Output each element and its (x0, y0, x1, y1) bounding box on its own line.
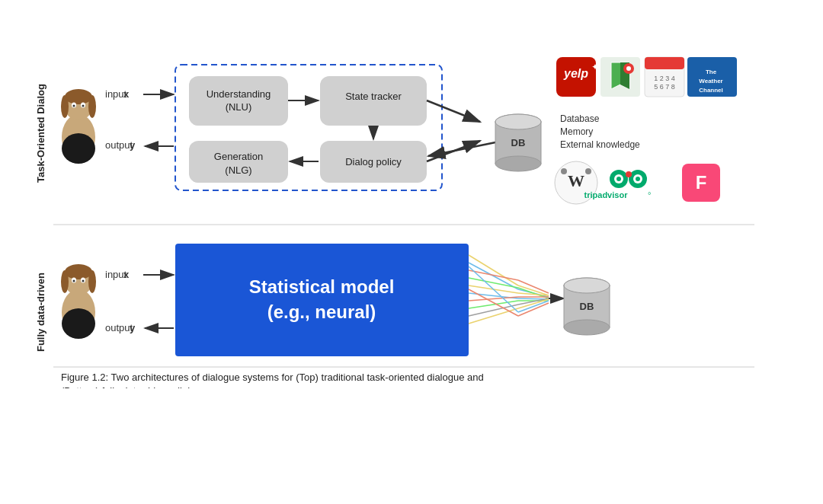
db-labels-memory: Memory (560, 126, 593, 137)
svg-text:x: x (123, 88, 130, 100)
svg-text:y: y (130, 139, 136, 151)
calendar-header (645, 57, 684, 69)
svg-point-22 (62, 308, 95, 339)
bottom-section-label: Fully data-driven (35, 273, 46, 352)
db-cylinder-bottom-ellipse (495, 156, 541, 171)
statistical-model-text1: Statistical model (249, 276, 395, 297)
db2-cylinder-bottom (564, 320, 610, 335)
statistical-model-box (175, 244, 469, 356)
svg-line-52 (518, 303, 549, 316)
weather-text2: Weather (699, 78, 722, 85)
db2-label: DB (580, 301, 594, 312)
wire-bundle (469, 255, 549, 324)
svg-text:✦: ✦ (591, 62, 599, 72)
weather-text1: The (706, 69, 717, 75)
db-cylinder-top-ellipse2 (495, 114, 541, 129)
svg-text:(NLG): (NLG) (225, 164, 251, 176)
svg-point-8 (73, 105, 75, 107)
svg-text:(NLU): (NLU) (226, 101, 252, 113)
svg-line-39 (469, 266, 518, 312)
dialog-policy-label: Dialog policy (345, 156, 402, 167)
avatar-top (61, 89, 96, 164)
db-labels-database: Database (560, 113, 600, 124)
svg-point-26 (82, 280, 85, 282)
statistical-model-text2: (e.g., neural) (267, 301, 376, 322)
svg-point-2 (65, 89, 92, 104)
svg-point-25 (73, 280, 75, 282)
caption-text-1: Figure 1.2: Two architectures of dialogu… (61, 372, 484, 383)
maps-pin-inner (626, 66, 631, 71)
svg-point-3 (61, 95, 69, 118)
svg-text:°: ° (648, 190, 651, 199)
diagram-svg: Task-Oriented Dialog input x output y (30, 15, 793, 388)
foursquare-icon-text: F (696, 172, 707, 193)
yelp-icon-text: yelp (563, 67, 588, 80)
svg-text:y: y (130, 322, 136, 333)
calendar-dates: 1 2 3 4 (654, 75, 675, 82)
avatar-bottom (61, 264, 96, 339)
top-section-label: Task-Oriented Dialog (35, 84, 46, 183)
weather-text3: Channel (699, 87, 723, 94)
svg-line-30 (469, 263, 518, 289)
wiki-dot2 (585, 168, 591, 174)
svg-line-31 (469, 270, 518, 280)
svg-text:x: x (123, 269, 130, 280)
svg-text:5 6 7 8: 5 6 7 8 (654, 83, 675, 91)
svg-point-9 (82, 105, 85, 107)
main-container: Task-Oriented Dialog input x output y (0, 0, 823, 504)
svg-point-20 (61, 270, 69, 293)
wiki-dot1 (561, 168, 567, 174)
db-label-top: DB (511, 137, 526, 148)
svg-point-4 (88, 95, 96, 118)
caption-text-2: (Bottom) fully data-driven dialogue. (61, 385, 215, 388)
tripadvisor-right-iris (636, 177, 640, 181)
db-labels-external: External knowledge (560, 139, 640, 150)
tripadvisor-left-iris (616, 177, 621, 181)
svg-line-35 (469, 297, 518, 301)
wiki-w: W (568, 171, 584, 190)
svg-point-19 (65, 264, 92, 279)
nlg-label1: Generation (214, 151, 263, 162)
svg-point-5 (62, 133, 95, 164)
svg-line-40 (469, 289, 518, 316)
db2-cylinder-top2 (564, 278, 610, 293)
tripadvisor-text: tripadvisor (584, 190, 629, 199)
arrow-db-dialog (428, 141, 503, 156)
nlu-label: Understanding (207, 88, 271, 100)
arrow-state-db (427, 100, 480, 122)
tripadvisor-red-dot (626, 171, 632, 177)
state-tracker-label: State tracker (345, 91, 402, 102)
svg-point-21 (88, 270, 96, 293)
svg-line-29 (469, 255, 518, 285)
